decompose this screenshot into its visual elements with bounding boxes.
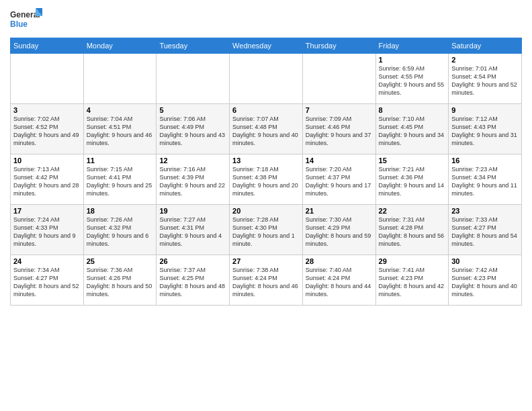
day-number: 9: [451, 106, 519, 114]
day-number: 22: [379, 207, 446, 215]
calendar-cell: 7Sunrise: 7:09 AM Sunset: 4:46 PM Daylig…: [302, 104, 375, 154]
day-number: 21: [306, 207, 373, 215]
svg-text:Blue: Blue: [10, 19, 28, 29]
calendar-cell: 17Sunrise: 7:24 AM Sunset: 4:33 PM Dayli…: [11, 205, 84, 255]
calendar-cell: 26Sunrise: 7:37 AM Sunset: 4:25 PM Dayli…: [157, 255, 230, 306]
day-number: 20: [232, 207, 300, 215]
day-number: 1: [379, 56, 446, 64]
day-number: 8: [379, 106, 446, 114]
day-info: Sunrise: 7:12 AM Sunset: 4:43 PM Dayligh…: [451, 115, 519, 148]
day-info: Sunrise: 7:10 AM Sunset: 4:45 PM Dayligh…: [379, 115, 446, 148]
day-number: 24: [13, 257, 81, 265]
calendar-cell: 1Sunrise: 6:59 AM Sunset: 4:55 PM Daylig…: [375, 54, 449, 104]
day-info: Sunrise: 7:30 AM Sunset: 4:29 PM Dayligh…: [306, 216, 373, 248]
calendar-week-row: 10Sunrise: 7:13 AM Sunset: 4:42 PM Dayli…: [11, 154, 522, 205]
day-info: Sunrise: 6:59 AM Sunset: 4:55 PM Dayligh…: [379, 64, 446, 97]
calendar-cell: 18Sunrise: 7:26 AM Sunset: 4:32 PM Dayli…: [83, 205, 157, 255]
calendar-cell: 4Sunrise: 7:04 AM Sunset: 4:51 PM Daylig…: [83, 104, 157, 154]
day-info: Sunrise: 7:42 AM Sunset: 4:23 PM Dayligh…: [451, 266, 519, 299]
day-number: 5: [159, 106, 226, 114]
day-number: 12: [159, 156, 226, 165]
day-number: 2: [451, 56, 519, 64]
calendar-cell: 15Sunrise: 7:21 AM Sunset: 4:36 PM Dayli…: [375, 154, 449, 205]
calendar-week-row: 1Sunrise: 6:59 AM Sunset: 4:55 PM Daylig…: [11, 54, 522, 104]
day-number: 23: [451, 207, 519, 215]
day-number: 15: [379, 156, 446, 165]
day-number: 30: [451, 257, 519, 265]
day-number: 4: [87, 106, 154, 114]
calendar-cell: 28Sunrise: 7:40 AM Sunset: 4:24 PM Dayli…: [302, 255, 375, 306]
calendar-cell: 25Sunrise: 7:36 AM Sunset: 4:26 PM Dayli…: [83, 255, 157, 306]
day-info: Sunrise: 7:04 AM Sunset: 4:51 PM Dayligh…: [87, 115, 154, 148]
day-number: 19: [159, 207, 226, 215]
day-number: 7: [306, 106, 373, 114]
calendar-cell: 19Sunrise: 7:27 AM Sunset: 4:31 PM Dayli…: [157, 205, 230, 255]
day-info: Sunrise: 7:20 AM Sunset: 4:37 PM Dayligh…: [306, 165, 373, 198]
day-info: Sunrise: 7:38 AM Sunset: 4:24 PM Dayligh…: [232, 266, 300, 299]
day-info: Sunrise: 7:41 AM Sunset: 4:23 PM Dayligh…: [379, 266, 446, 299]
calendar-cell: 24Sunrise: 7:34 AM Sunset: 4:27 PM Dayli…: [11, 255, 84, 306]
weekday-header: Wednesday: [230, 38, 303, 54]
logo-svg: General Blue: [10, 7, 44, 32]
day-number: 17: [13, 207, 81, 215]
calendar-cell: 11Sunrise: 7:15 AM Sunset: 4:41 PM Dayli…: [83, 154, 157, 205]
day-number: 11: [87, 156, 154, 165]
calendar-cell: [83, 54, 157, 104]
day-number: 10: [13, 156, 81, 165]
day-number: 3: [13, 106, 81, 114]
day-info: Sunrise: 7:02 AM Sunset: 4:52 PM Dayligh…: [13, 115, 81, 148]
calendar-cell: 12Sunrise: 7:16 AM Sunset: 4:39 PM Dayli…: [157, 154, 230, 205]
weekday-header: Tuesday: [157, 38, 230, 54]
day-info: Sunrise: 7:21 AM Sunset: 4:36 PM Dayligh…: [379, 165, 446, 198]
calendar-cell: [302, 54, 375, 104]
calendar: SundayMondayTuesdayWednesdayThursdayFrid…: [10, 38, 522, 306]
calendar-cell: 22Sunrise: 7:31 AM Sunset: 4:28 PM Dayli…: [375, 205, 449, 255]
day-info: Sunrise: 7:28 AM Sunset: 4:30 PM Dayligh…: [232, 216, 300, 248]
calendar-cell: 9Sunrise: 7:12 AM Sunset: 4:43 PM Daylig…: [449, 104, 522, 154]
day-number: 13: [232, 156, 300, 165]
calendar-cell: 6Sunrise: 7:07 AM Sunset: 4:48 PM Daylig…: [230, 104, 303, 154]
day-info: Sunrise: 7:06 AM Sunset: 4:49 PM Dayligh…: [159, 115, 226, 148]
calendar-week-row: 24Sunrise: 7:34 AM Sunset: 4:27 PM Dayli…: [11, 255, 522, 306]
calendar-cell: 27Sunrise: 7:38 AM Sunset: 4:24 PM Dayli…: [230, 255, 303, 306]
day-info: Sunrise: 7:40 AM Sunset: 4:24 PM Dayligh…: [306, 266, 373, 299]
calendar-cell: 10Sunrise: 7:13 AM Sunset: 4:42 PM Dayli…: [11, 154, 84, 205]
day-info: Sunrise: 7:33 AM Sunset: 4:27 PM Dayligh…: [451, 216, 519, 248]
calendar-week-row: 17Sunrise: 7:24 AM Sunset: 4:33 PM Dayli…: [11, 205, 522, 255]
day-info: Sunrise: 7:18 AM Sunset: 4:38 PM Dayligh…: [232, 165, 300, 198]
day-number: 28: [306, 257, 373, 265]
day-number: 6: [232, 106, 300, 114]
logo: General Blue: [10, 7, 44, 32]
day-info: Sunrise: 7:13 AM Sunset: 4:42 PM Dayligh…: [13, 165, 81, 198]
calendar-week-row: 3Sunrise: 7:02 AM Sunset: 4:52 PM Daylig…: [11, 104, 522, 154]
day-info: Sunrise: 7:31 AM Sunset: 4:28 PM Dayligh…: [379, 216, 446, 248]
day-number: 27: [232, 257, 300, 265]
day-info: Sunrise: 7:37 AM Sunset: 4:25 PM Dayligh…: [159, 266, 226, 299]
day-info: Sunrise: 7:34 AM Sunset: 4:27 PM Dayligh…: [13, 266, 81, 299]
day-number: 26: [159, 257, 226, 265]
calendar-cell: 16Sunrise: 7:23 AM Sunset: 4:34 PM Dayli…: [449, 154, 522, 205]
day-info: Sunrise: 7:09 AM Sunset: 4:46 PM Dayligh…: [306, 115, 373, 148]
weekday-header: Friday: [375, 38, 449, 54]
day-number: 14: [306, 156, 373, 165]
day-number: 18: [87, 207, 154, 215]
calendar-cell: 2Sunrise: 7:01 AM Sunset: 4:54 PM Daylig…: [449, 54, 522, 104]
calendar-cell: 29Sunrise: 7:41 AM Sunset: 4:23 PM Dayli…: [375, 255, 449, 306]
calendar-cell: 20Sunrise: 7:28 AM Sunset: 4:30 PM Dayli…: [230, 205, 303, 255]
day-number: 16: [451, 156, 519, 165]
calendar-cell: [157, 54, 230, 104]
svg-text:General: General: [10, 10, 40, 19]
calendar-cell: [11, 54, 84, 104]
day-number: 29: [379, 257, 446, 265]
day-number: 25: [87, 257, 154, 265]
weekday-header: Sunday: [11, 38, 84, 54]
day-info: Sunrise: 7:36 AM Sunset: 4:26 PM Dayligh…: [87, 266, 154, 299]
day-info: Sunrise: 7:07 AM Sunset: 4:48 PM Dayligh…: [232, 115, 300, 148]
calendar-cell: 8Sunrise: 7:10 AM Sunset: 4:45 PM Daylig…: [375, 104, 449, 154]
calendar-cell: 23Sunrise: 7:33 AM Sunset: 4:27 PM Dayli…: [449, 205, 522, 255]
weekday-header: Thursday: [302, 38, 375, 54]
calendar-cell: [230, 54, 303, 104]
calendar-cell: 30Sunrise: 7:42 AM Sunset: 4:23 PM Dayli…: [449, 255, 522, 306]
header: General Blue: [10, 7, 522, 32]
calendar-cell: 3Sunrise: 7:02 AM Sunset: 4:52 PM Daylig…: [11, 104, 84, 154]
